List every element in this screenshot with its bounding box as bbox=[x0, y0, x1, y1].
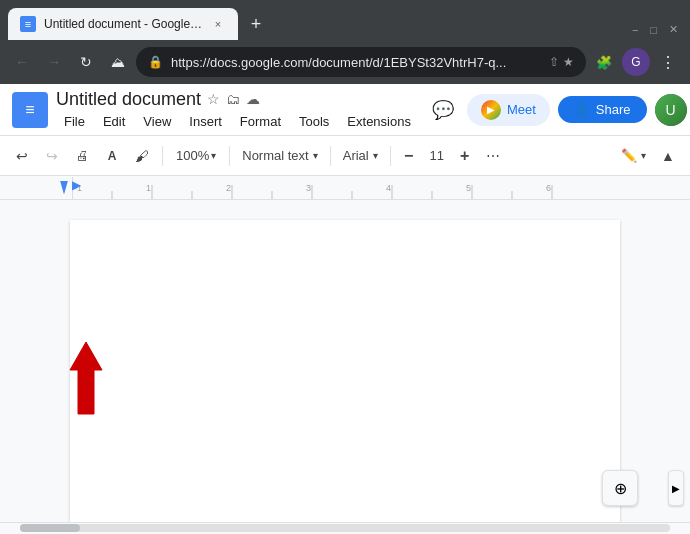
svg-text:1: 1 bbox=[146, 183, 151, 193]
url-action-icons: ⇧ ★ bbox=[549, 55, 574, 69]
action-icon: ⊕ bbox=[614, 479, 627, 498]
more-options-button[interactable]: ⋯ bbox=[479, 142, 507, 170]
tab-title: Untitled document - Google Doc... bbox=[44, 17, 204, 31]
font-size-decrease-button[interactable]: − bbox=[397, 144, 421, 168]
more-options-icon: ⋯ bbox=[486, 148, 500, 164]
menu-view[interactable]: View bbox=[135, 112, 179, 131]
svg-text:4: 4 bbox=[386, 183, 391, 193]
chrome-menu-icon[interactable]: ⋮ bbox=[654, 48, 682, 76]
meet-icon: ▶ bbox=[481, 100, 501, 120]
url-bar[interactable]: 🔒 https://docs.google.com/document/d/1EB… bbox=[136, 47, 586, 77]
font-size-plus-icon: + bbox=[460, 147, 469, 165]
toolbar-divider-3 bbox=[330, 146, 331, 166]
svg-text:6: 6 bbox=[546, 183, 551, 193]
horizontal-scrollbar[interactable] bbox=[0, 522, 690, 534]
comment-icon: 💬 bbox=[432, 99, 454, 121]
back-button[interactable]: ← bbox=[8, 48, 36, 76]
refresh-button[interactable]: ↻ bbox=[72, 48, 100, 76]
close-button[interactable]: ✕ bbox=[665, 23, 682, 36]
paint-format-icon: 🖌 bbox=[135, 148, 149, 164]
docs-title-area: Untitled document ☆ 🗂 ☁ File Edit View I… bbox=[56, 89, 419, 131]
print-button[interactable]: 🖨 bbox=[68, 142, 96, 170]
active-tab[interactable]: ≡ Untitled document - Google Doc... × bbox=[8, 8, 238, 40]
lock-icon: 🔒 bbox=[148, 55, 163, 69]
toolbar-divider-1 bbox=[162, 146, 163, 166]
ruler: -1 1 2 3 4 5 6 bbox=[0, 176, 690, 200]
toolbar-divider-4 bbox=[390, 146, 391, 166]
ruler-tab-marker[interactable]: ▶ bbox=[72, 178, 81, 192]
menu-file[interactable]: File bbox=[56, 112, 93, 131]
ruler-left-tab[interactable] bbox=[60, 181, 68, 195]
svg-text:3: 3 bbox=[306, 183, 311, 193]
extensions-icon[interactable]: 🧩 bbox=[590, 48, 618, 76]
address-bar: ← → ↻ ⛰ 🔒 https://docs.google.com/docume… bbox=[0, 40, 690, 84]
docs-title-row: Untitled document ☆ 🗂 ☁ bbox=[56, 89, 419, 110]
folder-icon[interactable]: 🗂 bbox=[226, 91, 240, 107]
star-icon[interactable]: ☆ bbox=[207, 91, 220, 107]
undo-button[interactable]: ↩ bbox=[8, 142, 36, 170]
spellcheck-button[interactable]: A bbox=[98, 142, 126, 170]
docs-header-right: 💬 ▶ Meet 👤 Share U bbox=[427, 94, 687, 126]
menu-tools[interactable]: Tools bbox=[291, 112, 337, 131]
font-size-minus-icon: − bbox=[404, 147, 413, 165]
ruler-inner: -1 1 2 3 4 5 6 bbox=[72, 176, 658, 199]
meet-label: Meet bbox=[507, 102, 536, 117]
new-tab-button[interactable]: + bbox=[242, 10, 270, 38]
pencil-icon: ✏️ bbox=[621, 148, 637, 163]
undo-icon: ↩ bbox=[16, 148, 28, 164]
menu-format[interactable]: Format bbox=[232, 112, 289, 131]
toolbar-right: ✏️ ▾ ▲ bbox=[615, 142, 682, 170]
collapse-icon: ▲ bbox=[661, 148, 675, 164]
home-button[interactable]: ⛰ bbox=[104, 48, 132, 76]
tab-bar: ≡ Untitled document - Google Doc... × + … bbox=[0, 0, 690, 40]
redo-icon: ↪ bbox=[46, 148, 58, 164]
ruler-svg: -1 1 2 3 4 5 6 bbox=[72, 177, 658, 199]
bookmark-icon[interactable]: ★ bbox=[563, 55, 574, 69]
font-size-increase-button[interactable]: + bbox=[453, 144, 477, 168]
svg-text:2: 2 bbox=[226, 183, 231, 193]
url-text: https://docs.google.com/document/d/1EBYS… bbox=[171, 55, 541, 70]
editing-mode-button[interactable]: ✏️ ▾ bbox=[615, 142, 652, 170]
menu-edit[interactable]: Edit bbox=[95, 112, 133, 131]
font-selector[interactable]: Arial ▾ bbox=[337, 142, 384, 170]
profile-icon[interactable]: G bbox=[622, 48, 650, 76]
paint-format-button[interactable]: 🖌 bbox=[128, 142, 156, 170]
font-arrow: ▾ bbox=[373, 150, 378, 161]
forward-button[interactable]: → bbox=[40, 48, 68, 76]
font-size-input[interactable]: 11 bbox=[423, 146, 451, 165]
cloud-save-icon[interactable]: ☁ bbox=[246, 91, 260, 107]
redo-button[interactable]: ↪ bbox=[38, 142, 66, 170]
document-area[interactable]: ⊕ ▶ bbox=[0, 200, 690, 522]
meet-button[interactable]: ▶ Meet bbox=[467, 94, 550, 126]
paragraph-style-arrow: ▾ bbox=[313, 150, 318, 161]
scrollbar-track bbox=[20, 524, 670, 532]
user-avatar[interactable]: U bbox=[655, 94, 687, 126]
collapse-toolbar-button[interactable]: ▲ bbox=[654, 142, 682, 170]
menu-extensions[interactable]: Extensions bbox=[339, 112, 419, 131]
expand-panel-button[interactable]: ▶ bbox=[668, 470, 684, 506]
minimize-button[interactable]: − bbox=[628, 24, 642, 36]
restore-button[interactable]: □ bbox=[646, 24, 661, 36]
print-icon: 🖨 bbox=[76, 148, 89, 163]
paragraph-style-value: Normal text bbox=[242, 148, 308, 163]
zoom-value: 100% bbox=[176, 148, 209, 163]
menu-insert[interactable]: Insert bbox=[181, 112, 230, 131]
comment-button[interactable]: 💬 bbox=[427, 94, 459, 126]
zoom-selector[interactable]: 100% ▾ bbox=[169, 142, 223, 170]
share-url-icon[interactable]: ⇧ bbox=[549, 55, 559, 69]
action-button[interactable]: ⊕ bbox=[602, 470, 638, 506]
scrollbar-thumb[interactable] bbox=[20, 524, 80, 532]
tab-favicon: ≡ bbox=[20, 16, 36, 32]
document-page[interactable] bbox=[70, 220, 620, 522]
docs-toolbar: ↩ ↪ 🖨 A 🖌 100% ▾ Normal text ▾ Arial ▾ bbox=[0, 136, 690, 176]
share-button[interactable]: 👤 Share bbox=[558, 96, 647, 123]
expand-icon: ▶ bbox=[672, 483, 680, 494]
share-person-icon: 👤 bbox=[574, 102, 590, 117]
browser-toolbar-right: 🧩 G ⋮ bbox=[590, 48, 682, 76]
ruler-ticks: -1 1 2 3 4 5 6 bbox=[72, 176, 658, 199]
svg-text:5: 5 bbox=[466, 183, 471, 193]
share-label: Share bbox=[596, 102, 631, 117]
tab-close-button[interactable]: × bbox=[210, 16, 226, 32]
doc-title-text[interactable]: Untitled document bbox=[56, 89, 201, 110]
paragraph-style-selector[interactable]: Normal text ▾ bbox=[236, 142, 323, 170]
